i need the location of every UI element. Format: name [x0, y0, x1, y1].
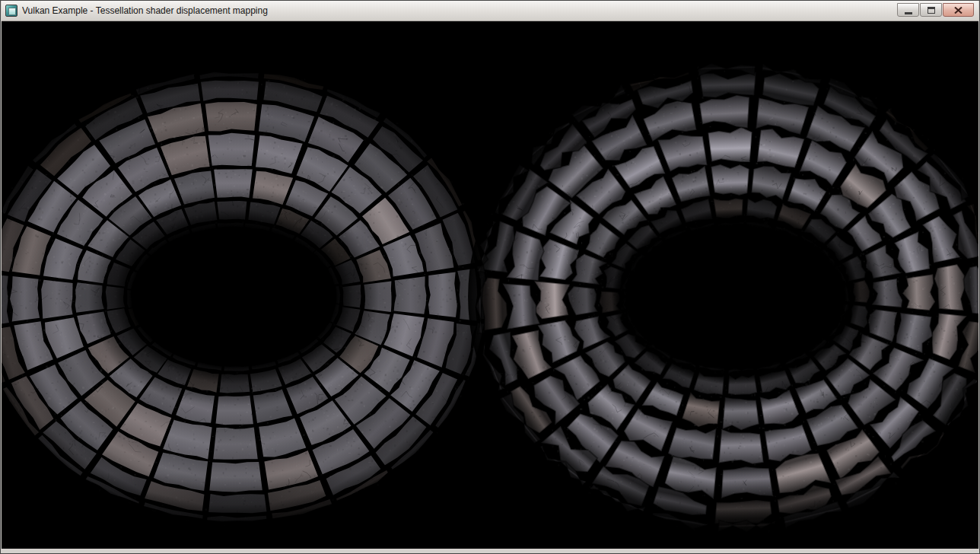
render-viewport[interactable]	[2, 21, 978, 549]
titlebar[interactable]: Vulkan Example - Tessellation shader dis…	[2, 1, 978, 21]
minimize-button[interactable]	[897, 3, 919, 17]
window-controls	[897, 3, 974, 17]
maximize-button[interactable]	[920, 3, 942, 17]
window-title: Vulkan Example - Tessellation shader dis…	[22, 5, 268, 16]
vulkan-render-canvas[interactable]	[2, 21, 978, 549]
app-window: Vulkan Example - Tessellation shader dis…	[0, 0, 980, 554]
close-button[interactable]	[943, 3, 974, 17]
maximize-icon	[928, 7, 935, 14]
vulkan-example-app-icon	[5, 5, 18, 17]
minimize-icon	[905, 12, 912, 14]
close-icon	[954, 7, 963, 14]
